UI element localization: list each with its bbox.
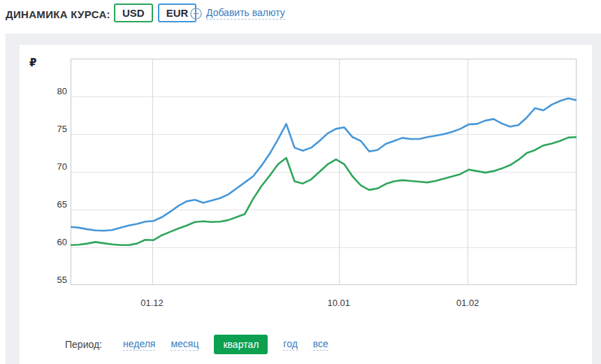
period-label: Период:: [65, 339, 102, 350]
chart-plot: [71, 59, 577, 285]
y-tick-label: 70: [35, 161, 67, 173]
add-currency-label: Добавить валюту: [206, 7, 285, 20]
y-tick-label: 65: [35, 199, 67, 210]
period-option-год[interactable]: год: [283, 338, 297, 351]
ruble-axis-symbol: ₽: [29, 57, 36, 69]
series-line-usd: [71, 137, 577, 245]
plus-circle-icon: [190, 8, 202, 20]
period-option-неделя[interactable]: неделя: [123, 338, 155, 351]
x-tick-label: 01.12: [128, 298, 177, 309]
x-tick-label: 01.02: [443, 298, 492, 309]
currency-buttons: USDEUR: [114, 3, 196, 22]
y-tick-label: 55: [35, 275, 67, 286]
chart-panel: ₽ 556065707580 01.1210.0101.02 Период: н…: [20, 45, 592, 364]
period-option-месяц[interactable]: месяц: [171, 338, 198, 351]
y-tick-label: 60: [35, 237, 67, 248]
period-selector: Период: неделямесяцкварталгодвсе: [65, 334, 328, 355]
add-currency-link[interactable]: Добавить валюту: [190, 7, 285, 20]
period-option-все[interactable]: все: [313, 338, 328, 351]
currency-button-usd[interactable]: USD: [114, 3, 153, 22]
y-tick-label: 75: [35, 124, 67, 135]
y-tick-label: 80: [35, 86, 67, 97]
series-line-eur: [71, 99, 577, 231]
period-option-квартал-selected[interactable]: квартал: [214, 335, 268, 354]
x-tick-label: 10.01: [314, 298, 363, 309]
page-title: ДИНАМИКА КУРСА:: [6, 8, 110, 20]
